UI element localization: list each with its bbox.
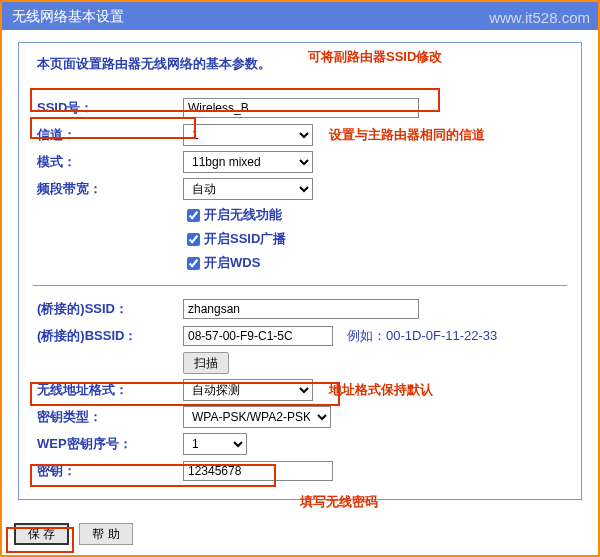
bssid-example: 例如：00-1D-0F-11-22-33 — [347, 327, 497, 345]
bridge-bssid-input[interactable] — [183, 326, 333, 346]
label-bridge-bssid: (桥接的)BSSID： — [33, 327, 183, 345]
settings-panel: 本页面设置路由器无线网络的基本参数。 SSID号： 信道： 1 设置与主路由器相… — [18, 42, 582, 500]
intro-text: 本页面设置路由器无线网络的基本参数。 — [37, 55, 567, 73]
save-button[interactable]: 保 存 — [14, 523, 69, 545]
enable-wifi-checkbox[interactable] — [187, 209, 200, 222]
label-enable-wds: 开启WDS — [204, 254, 260, 272]
divider — [33, 285, 567, 286]
label-addr-format: 无线地址格式： — [33, 381, 183, 399]
label-bandwidth: 频段带宽： — [33, 180, 183, 198]
annotation-addr: 地址格式保持默认 — [329, 381, 433, 399]
wep-index-select[interactable]: 1 — [183, 433, 247, 455]
ssid-input[interactable] — [183, 98, 419, 118]
enable-ssid-checkbox[interactable] — [187, 233, 200, 246]
help-button[interactable]: 帮 助 — [79, 523, 132, 545]
enable-wds-checkbox[interactable] — [187, 257, 200, 270]
key-input[interactable] — [183, 461, 333, 481]
label-sec-type: 密钥类型： — [33, 408, 183, 426]
annotation-channel: 设置与主路由器相同的信道 — [329, 126, 485, 144]
label-enable-wifi: 开启无线功能 — [204, 206, 282, 224]
watermark: www.it528.com — [489, 4, 590, 32]
scan-button[interactable]: 扫描 — [183, 352, 229, 374]
annotation-password: 填写无线密码 — [300, 493, 378, 511]
label-bridge-ssid: (桥接的)SSID： — [33, 300, 183, 318]
label-channel: 信道： — [33, 126, 183, 144]
label-mode: 模式： — [33, 153, 183, 171]
label-ssid: SSID号： — [33, 99, 183, 117]
titlebar: 无线网络基本设置 www.it528.com — [2, 2, 598, 30]
window-title: 无线网络基本设置 — [12, 8, 124, 24]
label-enable-ssid: 开启SSID广播 — [204, 230, 286, 248]
addr-format-select[interactable]: 自动探测 — [183, 379, 313, 401]
window: 无线网络基本设置 www.it528.com 可将副路由器SSID修改 本页面设… — [0, 0, 600, 557]
bridge-ssid-input[interactable] — [183, 299, 419, 319]
bandwidth-select[interactable]: 自动 — [183, 178, 313, 200]
mode-select[interactable]: 11bgn mixed — [183, 151, 313, 173]
annotation-ssid: 可将副路由器SSID修改 — [308, 48, 442, 66]
label-key: 密钥： — [33, 462, 183, 480]
label-wep-index: WEP密钥序号： — [33, 435, 183, 453]
channel-select[interactable]: 1 — [183, 124, 313, 146]
footer: 保 存 帮 助 — [14, 523, 133, 545]
sec-type-select[interactable]: WPA-PSK/WPA2-PSK — [183, 406, 331, 428]
